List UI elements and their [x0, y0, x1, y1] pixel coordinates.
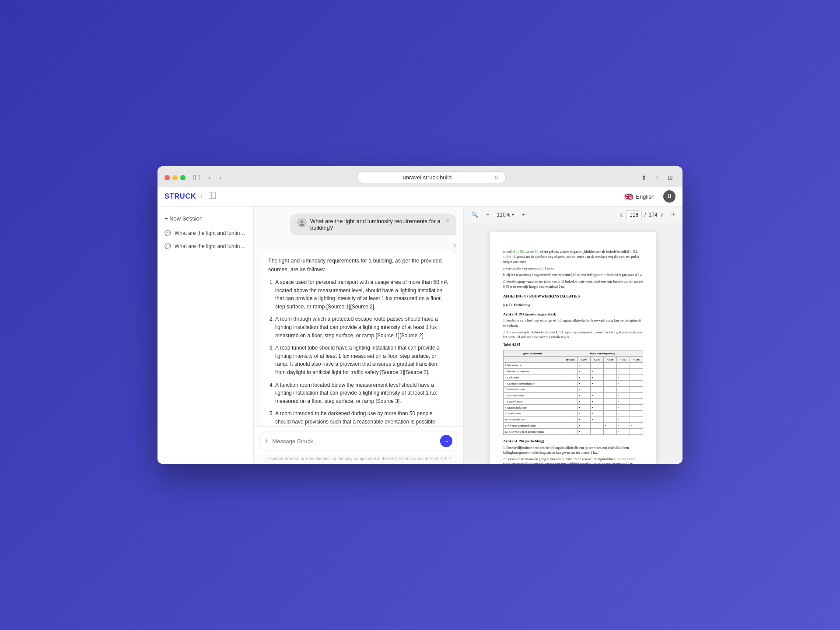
list-item-5: A room intended to be darkened during us…: [275, 410, 449, 426]
table-row: 1 Woonfunctie •: [504, 362, 643, 368]
zoom-in-button[interactable]: +: [519, 210, 527, 219]
search-doc-button[interactable]: 🔍: [469, 210, 480, 219]
zoom-out-button[interactable]: −: [484, 210, 492, 219]
list-item-3-text: A road tunnel tube should have a lightin…: [275, 345, 440, 375]
table-cell: 9 Sportfunctie: [504, 410, 562, 416]
doc-intro-link: in artikel 4.182, tweede lid, of een geb…: [503, 249, 643, 264]
table-header-gebruiksfunctie: gebruiksfunctie: [504, 350, 562, 357]
table-row: 4 Gezondheidszorgfunctie •••: [504, 381, 643, 387]
list-item-4: A function room located below the measur…: [275, 381, 449, 406]
table-cell: 5 Industriefunctie: [504, 386, 562, 392]
table-cell: 3 Celfunctie: [504, 374, 562, 381]
document-panel: 🔍 − 110% ▾ + ∧ / 174 ∨ +: [464, 206, 682, 464]
copy-assistant-button[interactable]: ⧉: [453, 242, 456, 248]
page-input[interactable]: [626, 210, 642, 219]
doc-article-193-title: Artikel 4.193 (aansturingsartikel): [503, 312, 643, 317]
chat-input[interactable]: [272, 438, 437, 444]
doc-toolbar: 🔍 − 110% ▾ + ∧ / 174 ∨ +: [464, 206, 682, 223]
doc-link: in artikel 4.182, tweede lid,: [503, 250, 539, 254]
grid-button[interactable]: ⊞: [665, 172, 676, 183]
session-icon-2: 💬: [164, 243, 171, 249]
address-bar[interactable]: unravel.struck.build ↻: [357, 172, 506, 183]
forward-button[interactable]: ›: [217, 172, 224, 183]
zoom-indicator: 110% ▾: [497, 212, 514, 218]
doc-article-193-2: 2. Als voor een gebruiksfunctie in tabel…: [503, 330, 643, 340]
table-col-1: artikel: [562, 357, 578, 363]
traffic-light-minimize[interactable]: [172, 175, 178, 180]
add-document-button[interactable]: +: [669, 210, 677, 219]
table-row: 11 Overige gebruiksfunctie ••••: [504, 423, 643, 429]
chat-footer: Discover how we are revolutionizing the …: [254, 455, 463, 464]
chat-messages: What are the light and luminosity requir…: [254, 206, 463, 426]
new-session-button[interactable]: + New Session: [158, 212, 253, 225]
footer-text: Discover how we are revolutionizing the …: [266, 456, 451, 461]
doc-link-2: vijfde lid,: [503, 255, 516, 259]
app-body: + New Session 💬 What are the light and l…: [158, 206, 682, 464]
assistant-message: ⧉ The light and luminosity requirements …: [261, 242, 456, 426]
table-row: 10 Winkelfunctie •••: [504, 416, 643, 423]
session-icon-1: 💬: [164, 230, 171, 236]
table-cell: 2 Bijeenkomstfunctie: [504, 368, 562, 374]
doc-article-194-2: 2. Een onder het maaiveau gelegen functi…: [503, 457, 643, 464]
browser-titlebar: ‹ › unravel.struck.build ↻ ⬆ + ⊞: [158, 166, 682, 187]
browser-controls: ‹ ›: [191, 172, 224, 183]
total-pages: 174: [648, 212, 657, 218]
table-row: 2 Bijeenkomstfunctie •••: [504, 368, 643, 374]
list-item-2: A room through which a protected escape …: [275, 315, 449, 340]
tabel-label: Tabel 4.193: [503, 342, 643, 347]
share-button[interactable]: ⬆: [639, 172, 649, 183]
list-item-2-text: A room through which a protected escape …: [275, 316, 438, 338]
breadcrumb-separator: /: [201, 193, 203, 200]
page-up-button[interactable]: ∧: [620, 212, 623, 218]
send-button[interactable]: →: [440, 435, 452, 447]
user-avatar[interactable]: U: [663, 190, 676, 203]
table-col-4: 4.196: [604, 357, 617, 363]
language-label: English: [636, 193, 654, 200]
browser-chrome: ‹ › unravel.struck.build ↻ ⬆ + ⊞: [158, 166, 682, 187]
new-tab-button[interactable]: +: [653, 172, 662, 183]
main-content: What are the light and luminosity requir…: [254, 206, 682, 464]
language-selector[interactable]: 🇬🇧 English: [621, 191, 658, 203]
table-col-2: 4.194: [578, 357, 591, 363]
app-logo: STRUCK: [164, 192, 196, 200]
layout-toggle-button[interactable]: [207, 192, 217, 201]
user-message-avatar: [297, 218, 307, 228]
browser-sidebar-toggle[interactable]: [191, 173, 202, 182]
svg-rect-0: [193, 175, 200, 180]
back-button[interactable]: ‹: [206, 172, 213, 183]
list-item-1-text: A space used for personal transport with…: [275, 279, 448, 310]
sidebar: + New Session 💬 What are the light and l…: [158, 206, 254, 464]
zoom-dropdown-button[interactable]: ▾: [512, 212, 514, 217]
browser-actions: ⬆ + ⊞: [639, 172, 676, 183]
table-cell: 4 Gezondheidszorgfunctie: [504, 381, 562, 387]
browser-window: ‹ › unravel.struck.build ↻ ⬆ + ⊞ STRUCK …: [158, 166, 682, 464]
page-separator: /: [644, 212, 646, 218]
table-row: 9 Sportfunctie •••: [504, 410, 643, 416]
zoom-value: 110%: [497, 212, 511, 218]
session-item[interactable]: 💬 What are the light and luminosi...: [158, 227, 253, 239]
svg-point-4: [301, 220, 303, 223]
copy-message-button[interactable]: ⧉: [446, 218, 449, 224]
table-row: 8 Onderwijsfunctie •••: [504, 405, 643, 411]
doc-a-point: a. een breedte van ten minste 1,1 m; en: [503, 266, 643, 271]
url-text: unravel.struck.build: [364, 174, 490, 181]
chat-input-area: + →: [254, 426, 463, 455]
page-down-button[interactable]: ∨: [660, 212, 664, 218]
assistant-message-body: The light and luminosity requirements fo…: [261, 250, 456, 426]
flag-icon: 🇬🇧: [624, 192, 633, 201]
document-page: in artikel 4.182, tweede lid, of een geb…: [490, 232, 656, 464]
list-item-4-text: A function room located below the measur…: [275, 382, 437, 404]
refresh-button[interactable]: ↻: [494, 175, 498, 181]
list-item-1: A space used for personal transport with…: [275, 278, 449, 311]
session-item-2[interactable]: 💬 What are the light and luminosi...: [158, 240, 253, 252]
assistant-message-header: ⧉: [261, 242, 456, 248]
traffic-light-close[interactable]: [164, 175, 170, 180]
doc-subsection: § 4.7.1 Verlichting: [503, 303, 643, 308]
table-col-5: 4.197: [617, 357, 630, 363]
session-list: 💬 What are the light and luminosi... 💬 W…: [158, 225, 253, 254]
chat-input-wrapper: + →: [259, 431, 458, 451]
table-cell: 11 Overige gebruiksfunctie: [504, 423, 562, 429]
traffic-light-fullscreen[interactable]: [180, 175, 186, 180]
attach-button[interactable]: +: [265, 437, 269, 445]
table-header-leden: leden van toepassing: [562, 350, 643, 357]
